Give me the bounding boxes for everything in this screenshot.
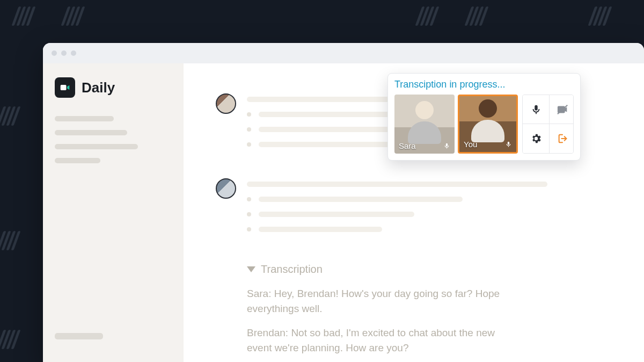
transcription-toggle[interactable]: Transcription xyxy=(247,263,623,276)
transcription-line: Brendan: Not so bad, I'm excited to chat… xyxy=(247,325,504,355)
sidebar-item[interactable] xyxy=(55,158,100,163)
brand-logo xyxy=(55,77,75,98)
call-controls xyxy=(522,95,574,154)
video-call-widget[interactable]: Transciption in progress... Sara You xyxy=(387,73,581,161)
mic-icon xyxy=(530,104,542,115)
transcription-status: Transciption in progress... xyxy=(394,79,574,90)
avatar xyxy=(216,178,236,199)
brand-name: Daily xyxy=(82,79,115,96)
participant-tile-sara[interactable]: Sara xyxy=(394,95,455,154)
participant-tiles: Sara You xyxy=(394,95,518,154)
sidebar-item[interactable] xyxy=(55,130,127,135)
transcription-section: Transcription Sara: Hey, Brendan! How's … xyxy=(247,263,623,362)
window-min-dot[interactable] xyxy=(61,50,67,56)
participant-name: You xyxy=(464,140,477,149)
text-placeholder xyxy=(259,227,382,232)
camera-off-icon xyxy=(557,104,569,115)
message-body xyxy=(247,178,623,242)
participant-name: Sara xyxy=(399,141,416,150)
participant-tile-you[interactable]: You xyxy=(458,95,518,154)
leave-icon xyxy=(557,133,569,144)
gear-icon xyxy=(530,133,542,144)
browser-chrome xyxy=(43,43,644,63)
text-placeholder xyxy=(247,182,547,187)
mic-icon xyxy=(443,142,450,149)
sidebar: Daily xyxy=(43,63,184,362)
sidebar-footer-item[interactable] xyxy=(55,333,103,339)
chevron-down-icon xyxy=(247,266,255,272)
text-placeholder xyxy=(259,197,463,202)
camera-icon xyxy=(60,82,70,93)
brand: Daily xyxy=(55,77,172,98)
sidebar-item[interactable] xyxy=(55,116,114,121)
transcription-header-label: Transcription xyxy=(261,263,323,276)
svg-rect-0 xyxy=(61,85,67,90)
text-placeholder xyxy=(259,212,414,217)
sidebar-item[interactable] xyxy=(55,144,138,149)
text-placeholder xyxy=(259,142,404,147)
window-close-dot[interactable] xyxy=(52,50,57,56)
leave-button[interactable] xyxy=(550,124,574,153)
window-max-dot[interactable] xyxy=(71,50,76,56)
settings-button[interactable] xyxy=(523,124,550,153)
mic-icon xyxy=(505,141,512,148)
camera-toggle-button[interactable] xyxy=(550,95,574,124)
message xyxy=(216,178,623,242)
mic-button[interactable] xyxy=(523,95,550,124)
transcription-line: Sara: Hey, Brendan! How's your day going… xyxy=(247,286,504,316)
avatar xyxy=(216,93,236,114)
